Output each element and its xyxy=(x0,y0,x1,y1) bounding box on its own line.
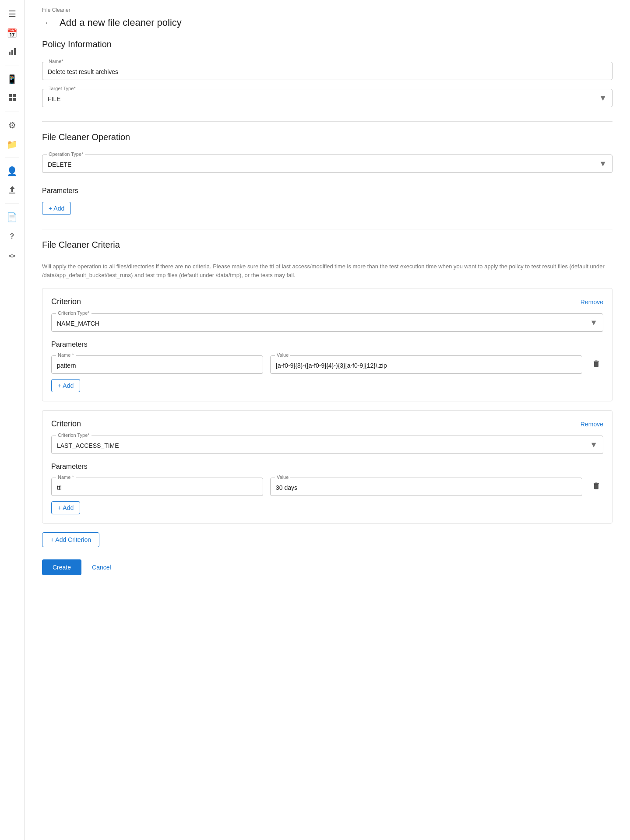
criterion-type-select-2[interactable]: Criterion Type* LAST_ACCESS_TIME ▼ xyxy=(51,436,603,454)
target-type-value: FILE xyxy=(48,95,61,102)
criterion-type-field-2: Criterion Type* LAST_ACCESS_TIME ▼ xyxy=(51,436,603,454)
param-value-input-1-1[interactable] xyxy=(276,362,577,369)
criterion-add-param-button-1[interactable]: + Add xyxy=(51,379,80,392)
back-button[interactable]: ← xyxy=(42,17,54,29)
name-field-group: Name* xyxy=(42,62,612,80)
param-name-input-2-1[interactable] xyxy=(57,484,257,491)
create-button[interactable]: Create xyxy=(42,559,81,575)
sidebar-doc-icon[interactable]: 📄 xyxy=(4,208,21,226)
param-row-1-1: Name * Value xyxy=(51,355,603,374)
top-add-param-button[interactable]: + Add xyxy=(42,202,71,215)
criterion-type-chevron-icon-1: ▼ xyxy=(590,318,598,327)
target-type-field-group: Target Type* FILE ▼ xyxy=(42,89,612,107)
sidebar-upload-icon[interactable] xyxy=(4,182,21,199)
criterion-add-param-button-2[interactable]: + Add xyxy=(51,501,80,514)
policy-information-section: Policy Information Name* Target Type* FI… xyxy=(42,39,612,107)
operation-type-field-group: Operation Type* DELETE ▼ xyxy=(42,155,612,173)
sidebar-person-icon[interactable]: 👤 xyxy=(4,162,21,180)
operation-type-chevron-icon: ▼ xyxy=(599,159,607,169)
operation-type-label: Operation Type* xyxy=(47,151,85,157)
name-input[interactable] xyxy=(48,68,607,75)
sidebar-phone-icon[interactable]: 📱 xyxy=(4,70,21,88)
divider-1 xyxy=(42,121,612,122)
svg-rect-0 xyxy=(9,52,11,55)
svg-rect-7 xyxy=(9,193,15,193)
param-name-field-1-1: Name * xyxy=(51,355,263,374)
criterion-header-2: Criterion Remove xyxy=(51,419,603,429)
param-delete-button-1-1[interactable] xyxy=(589,358,603,372)
sidebar-folder-icon[interactable]: 📁 xyxy=(4,136,21,153)
param-name-input-1-1[interactable] xyxy=(57,362,257,369)
criterion-remove-button-2[interactable]: Remove xyxy=(581,421,603,428)
sidebar-list-icon[interactable]: ☰ xyxy=(4,5,21,23)
svg-rect-6 xyxy=(13,98,16,101)
criterion-type-field-1: Criterion Type* NAME_MATCH ▼ xyxy=(51,313,603,332)
file-cleaner-operation-title: File Cleaner Operation xyxy=(42,132,612,146)
criterion-type-chevron-icon-2: ▼ xyxy=(590,440,598,450)
sidebar-gear-icon[interactable]: ⚙ xyxy=(4,116,21,134)
svg-rect-5 xyxy=(9,98,12,101)
criterion-type-label-1: Criterion Type* xyxy=(56,310,92,316)
name-label: Name* xyxy=(47,59,65,64)
trash-icon-1-1 xyxy=(592,359,601,370)
back-arrow-icon: ← xyxy=(44,18,52,28)
top-parameters-section: Parameters + Add xyxy=(42,187,612,215)
page-header: ← Add a new file cleaner policy xyxy=(42,17,612,29)
param-name-label-1-1: Name * xyxy=(56,352,76,358)
add-criterion-button[interactable]: + Add Criterion xyxy=(42,532,99,547)
cancel-button[interactable]: Cancel xyxy=(88,559,115,575)
criterion-title-2: Criterion xyxy=(51,419,81,429)
file-cleaner-operation-section: File Cleaner Operation Operation Type* D… xyxy=(42,132,612,173)
target-type-chevron-icon: ▼ xyxy=(599,94,607,103)
doc-icon: 📄 xyxy=(7,212,18,222)
param-value-label-1-1: Value xyxy=(275,352,290,358)
name-field: Name* xyxy=(42,62,612,80)
trash-icon-2-1 xyxy=(592,482,601,492)
param-value-field-1-1: Value xyxy=(270,355,582,374)
divider-2 xyxy=(42,229,612,229)
param-value-input-2-1[interactable] xyxy=(276,484,577,491)
param-name-field-2-1: Name * xyxy=(51,478,263,496)
criterion-header-1: Criterion Remove xyxy=(51,297,603,306)
breadcrumb: File Cleaner xyxy=(42,7,612,13)
svg-rect-1 xyxy=(11,50,13,55)
sidebar-divider-2 xyxy=(5,112,19,112)
criterion-type-label-2: Criterion Type* xyxy=(56,432,92,438)
sidebar-calendar-icon[interactable]: 📅 xyxy=(4,25,21,42)
operation-type-select[interactable]: Operation Type* DELETE ▼ xyxy=(42,155,612,173)
criterion-params-title-1: Parameters xyxy=(51,341,603,348)
param-delete-button-2-1[interactable] xyxy=(589,480,603,494)
grid-icon xyxy=(8,93,17,104)
sidebar-help-icon[interactable]: ? xyxy=(4,228,21,245)
criterion-type-select-1[interactable]: Criterion Type* NAME_MATCH ▼ xyxy=(51,313,603,332)
final-actions: Create Cancel xyxy=(42,559,612,575)
svg-rect-3 xyxy=(9,94,12,97)
file-cleaner-criteria-title: File Cleaner Criteria xyxy=(42,240,612,253)
gear-icon: ⚙ xyxy=(8,120,16,130)
list-icon: ☰ xyxy=(8,9,16,19)
upload-icon xyxy=(8,185,17,196)
file-cleaner-criteria-section: File Cleaner Criteria Will apply the ope… xyxy=(42,240,612,575)
sidebar: ☰ 📅 📱 ⚙ 📁 👤 📄 xyxy=(0,0,25,840)
param-row-2-1: Name * Value xyxy=(51,478,603,496)
svg-rect-4 xyxy=(13,94,16,97)
code-icon: <> xyxy=(9,253,15,259)
criterion-remove-button-1[interactable]: Remove xyxy=(581,299,603,306)
criteria-description: Will apply the operation to all files/di… xyxy=(42,262,612,279)
operation-type-value: DELETE xyxy=(48,161,71,168)
person-icon: 👤 xyxy=(7,166,18,176)
sidebar-divider-1 xyxy=(5,66,19,66)
folder-icon: 📁 xyxy=(7,139,18,150)
sidebar-grid-icon[interactable] xyxy=(4,90,21,107)
criterion-card-2: Criterion Remove Criterion Type* LAST_AC… xyxy=(42,410,612,524)
calendar-icon: 📅 xyxy=(7,28,18,39)
target-type-select[interactable]: Target Type* FILE ▼ xyxy=(42,89,612,107)
sidebar-chart-icon[interactable] xyxy=(4,44,21,61)
help-icon: ? xyxy=(10,232,14,240)
svg-rect-2 xyxy=(14,48,16,55)
top-params-title: Parameters xyxy=(42,187,612,195)
sidebar-divider-3 xyxy=(5,158,19,158)
sidebar-code-icon[interactable]: <> xyxy=(4,247,21,264)
criterion-type-value-1: NAME_MATCH xyxy=(57,320,99,327)
param-value-label-2-1: Value xyxy=(275,474,290,480)
